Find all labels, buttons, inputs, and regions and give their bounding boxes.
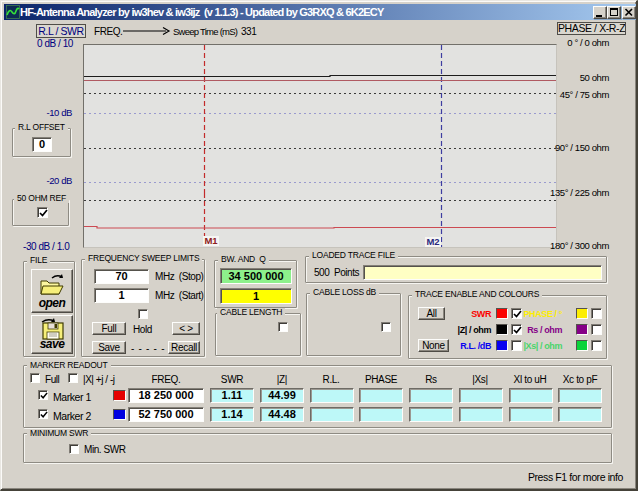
sweep-time-value: 331 [241,27,256,37]
marker2-xl-cell [509,407,553,422]
start-frequency-input[interactable]: 1 [94,288,149,303]
cable-length-label: CABLE LENGTH [217,308,285,317]
marker1-label: Marker 1 [53,392,91,402]
swr-trace-label: SWR [441,309,491,319]
z-trace [84,76,556,77]
marker1-handle[interactable]: M1 [203,236,219,246]
cable-length-group [215,313,301,356]
span-button[interactable]: < > [172,322,200,335]
minimize-button[interactable] [593,6,607,19]
cable-loss-label: CABLE LOSS dB [310,288,379,297]
xs-trace-swatch[interactable] [576,340,588,351]
close-button[interactable] [622,6,636,19]
full-readout-checkbox[interactable] [30,373,40,383]
marker1-z-cell: 44.99 [260,388,304,403]
app-icon [6,5,20,19]
scale-minus10db-label: -10 dB [21,108,72,118]
marker1-rs-cell [409,388,453,403]
marker1-color-swatch [113,390,126,401]
rl-offset-label: R.L OFFSET [15,123,68,132]
cable-length-checkbox[interactable] [278,322,288,332]
marker2-frequency-input[interactable]: 52 750 000 [128,407,204,422]
maximize-button[interactable] [607,6,621,19]
xj-readout-checkbox[interactable] [68,373,78,383]
trace-points-label: 500 Points [314,268,359,278]
marker2-z-cell: 44.48 [260,407,304,422]
phase-xrz-scale-label: PHASE / X-R-Z [557,22,626,35]
q-value-field: 1 [220,288,292,304]
checkmark-icon [40,411,48,419]
freq-arrow-icon [123,26,171,36]
scale-minus30db-label: -30 dB / 1.0 [23,242,69,252]
save-limits-button[interactable]: Save [92,341,126,354]
xs-trace-label: |Xs| / ohm [522,341,562,351]
cable-loss-checkbox[interactable] [381,322,391,332]
marker1-xc-cell [558,388,602,403]
marker-readout-label: MARKER READOUT [27,361,111,370]
trace-file-input[interactable] [363,265,602,280]
marker1-frequency-input[interactable]: 18 250 000 [128,388,204,403]
phase-trace-swatch[interactable] [576,308,588,319]
scale-225ohm-label: 135° / 225 ohm [529,188,609,198]
marker2-color-swatch [113,409,126,420]
phase-trace-label: PHASE / ° [522,309,562,319]
rl-offset-input[interactable]: 0 [32,137,52,152]
limits-dashes: - - - - - [131,344,164,354]
rs-trace-swatch[interactable] [576,324,588,335]
full-sweep-button[interactable]: Full [92,322,126,335]
phase-trace-checkbox[interactable] [591,308,602,319]
window-title: HF-Antenna Analyzer by iw3hev & iw3ijz (… [20,6,383,18]
app-window: HF-Antenna Analyzer by iw3hev & iw3ijz (… [0,0,638,491]
scale-75ohm-label: 45° / 75 ohm [529,90,609,100]
swr-trace-swatch[interactable] [496,308,508,319]
swr-trace-checkbox[interactable] [511,308,522,319]
marker1-rl-cell [310,388,354,403]
z-trace-label: |Z| / ohm [441,325,491,335]
save-file-button[interactable]: save [31,315,73,354]
marker2-handle[interactable]: M2 [425,237,441,247]
z-trace-checkbox[interactable] [511,324,522,335]
stop-frequency-label: MHz (Stop) [155,272,203,282]
swr-trace [84,227,556,229]
marker1-swr-cell: 1.11 [210,388,254,403]
marker2-checkbox[interactable] [38,409,48,419]
help-hint: Press F1 for more info [473,472,623,482]
xs-trace-checkbox[interactable] [591,340,602,351]
scale-0db-label: 0 dB / 10 [37,39,73,49]
rl-trace-label: R.L. /dB [441,341,491,351]
scale-150ohm-label: 90° / 150 ohm [529,143,609,153]
column-header-xc: Xc to pF [548,375,612,385]
rs-trace-checkbox[interactable] [591,324,602,335]
hold-checkbox[interactable] [138,309,148,319]
z-trace-swatch[interactable] [496,324,508,335]
checkmark-icon [513,310,522,319]
recall-limits-button[interactable]: Recall [168,341,200,354]
bandwidth-value-field: 34 500 000 [220,268,292,284]
marker2-label: Marker 2 [53,411,91,421]
marker1-checkbox[interactable] [38,390,48,400]
open-folder-icon [39,273,67,297]
loaded-trace-label: LOADED TRACE FILE [309,251,398,260]
scale-0ohm-label: 0 ° / 0 ohm [529,38,609,48]
stop-frequency-input[interactable]: 70 [94,269,149,284]
rl-trace-checkbox[interactable] [511,340,522,351]
scale-300ohm-label: 180° / 300 ohm [529,241,609,251]
checkmark-icon [40,392,48,400]
marker1-phase-cell [359,388,403,403]
close-icon [623,7,635,18]
hold-label: Hold [133,325,152,335]
bw-q-label: BW. AND Q [218,255,269,264]
save-button-label: save [32,337,72,351]
xj-readout-label: |X| +j / -j [83,375,115,385]
ohm-ref-checkbox[interactable] [37,207,48,218]
marker2-swr-cell: 1.14 [210,407,254,422]
sweep-limits-label: FREQUENCY SWEEP LIMITS [85,254,202,263]
chart-plot [84,45,556,247]
rl-trace-swatch[interactable] [496,340,508,351]
title-bar[interactable]: HF-Antenna Analyzer by iw3hev & iw3ijz (… [4,4,636,20]
marker1-xl-cell [509,388,553,403]
chart-area: M1 M2 [83,44,557,248]
marker2-rl-cell [310,407,354,422]
open-file-button[interactable]: open [31,269,73,313]
min-swr-checkbox[interactable] [69,444,79,454]
